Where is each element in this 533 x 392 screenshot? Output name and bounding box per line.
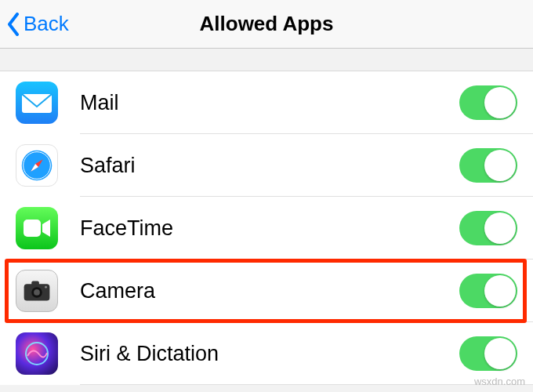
app-label: Mail (80, 91, 459, 115)
svg-rect-8 (31, 281, 39, 285)
app-label: Camera (80, 279, 459, 303)
divider (80, 384, 533, 385)
list-item: Siri & Dictation (0, 322, 533, 385)
toggle-knob (484, 150, 516, 181)
toggle-safari[interactable] (459, 148, 517, 183)
chevron-left-icon (6, 13, 20, 36)
allowed-apps-list: Mail Safari FaceTime Camera Siri & Dicta… (0, 71, 533, 385)
siri-icon (16, 332, 58, 375)
back-label: Back (24, 12, 69, 36)
list-item: Mail (0, 71, 533, 134)
toggle-facetime[interactable] (459, 211, 517, 245)
app-label: Siri & Dictation (80, 342, 459, 366)
safari-icon (16, 144, 58, 187)
toggle-camera[interactable] (459, 274, 517, 308)
toggle-knob (484, 338, 516, 369)
toggle-mail[interactable] (459, 85, 517, 120)
page-title: Allowed Apps (0, 12, 533, 36)
back-button[interactable]: Back (6, 12, 69, 36)
toggle-knob (484, 212, 516, 244)
svg-point-11 (45, 286, 47, 289)
app-label: FaceTime (80, 216, 459, 241)
navbar: Back Allowed Apps (0, 0, 533, 49)
list-item: FaceTime (0, 197, 533, 260)
mail-icon (16, 82, 58, 124)
list-item: Camera (0, 260, 533, 322)
watermark: wsxdn.com (474, 376, 525, 387)
svg-marker-6 (42, 220, 50, 237)
app-label: Safari (80, 154, 459, 178)
svg-rect-5 (24, 220, 41, 237)
toggle-knob (484, 87, 516, 118)
toggle-siri[interactable] (459, 336, 517, 371)
camera-icon (16, 270, 58, 312)
facetime-icon (16, 207, 58, 249)
toggle-knob (484, 275, 516, 307)
list-item: Safari (0, 134, 533, 197)
svg-point-10 (34, 289, 40, 296)
